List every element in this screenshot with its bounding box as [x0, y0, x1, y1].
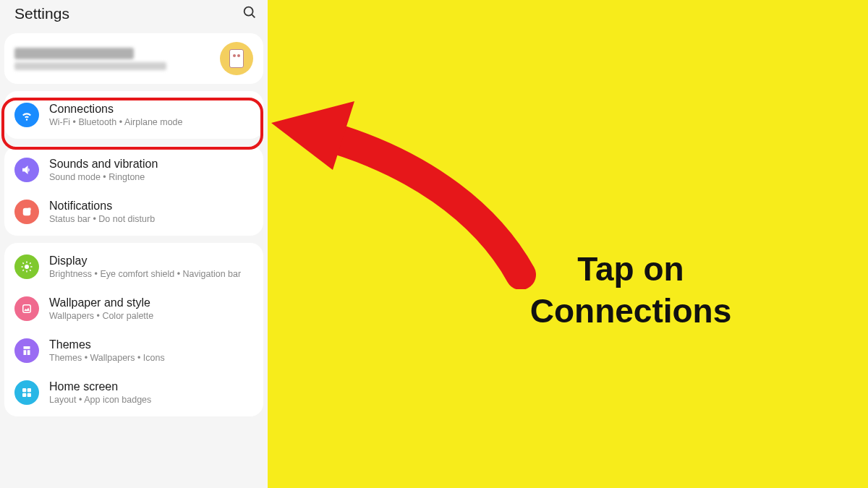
row-title: Sounds and vibration	[49, 158, 158, 171]
page-title: Settings	[14, 5, 69, 22]
avatar	[220, 42, 253, 75]
row-title: Themes	[49, 338, 165, 351]
instruction-line1: Tap on	[577, 250, 684, 288]
row-title: Connections	[49, 103, 183, 116]
row-title: Notifications	[49, 200, 155, 213]
display-icon	[14, 254, 39, 279]
settings-header: Settings	[0, 0, 268, 27]
row-sub: Brightness • Eye comfort shield • Naviga…	[49, 269, 241, 279]
row-sub: Wi-Fi • Bluetooth • Airplane mode	[49, 117, 183, 127]
wifi-icon	[14, 103, 39, 127]
wallpaper-icon	[14, 296, 39, 321]
row-home-screen[interactable]: Home screen Layout • App icon badges	[4, 372, 263, 414]
svg-point-0	[244, 7, 253, 16]
row-title: Wallpaper and style	[49, 296, 153, 309]
settings-screen: Settings Connections Wi-Fi	[0, 0, 268, 488]
row-notifications[interactable]: Notifications Status bar • Do not distur…	[4, 191, 263, 233]
svg-line-9	[22, 262, 24, 264]
svg-rect-17	[27, 393, 31, 397]
sound-icon	[14, 158, 39, 182]
account-name-blurred	[14, 48, 134, 59]
svg-rect-16	[22, 393, 26, 397]
row-sub: Wallpapers • Color palette	[49, 311, 153, 321]
svg-line-10	[30, 270, 31, 271]
notifications-icon	[14, 200, 39, 224]
row-text: Connections Wi-Fi • Bluetooth • Airplane…	[49, 103, 183, 127]
svg-point-4	[25, 265, 29, 269]
row-display[interactable]: Display Brightness • Eye comfort shield …	[4, 246, 263, 288]
row-wallpaper[interactable]: Wallpaper and style Wallpapers • Color p…	[4, 288, 263, 330]
instruction-text: Tap on Connections	[428, 249, 833, 332]
svg-marker-18	[271, 101, 354, 170]
row-title: Home screen	[49, 380, 151, 393]
row-sub: Themes • Wallpapers • Icons	[49, 353, 165, 363]
account-card[interactable]	[4, 33, 263, 84]
svg-line-1	[252, 14, 255, 17]
svg-rect-15	[27, 388, 31, 392]
row-title: Display	[49, 254, 241, 267]
svg-line-11	[22, 270, 24, 271]
settings-group-sound-notif: Sounds and vibration Sound mode • Ringto…	[4, 146, 263, 236]
svg-line-12	[30, 262, 31, 264]
row-connections[interactable]: Connections Wi-Fi • Bluetooth • Airplane…	[4, 94, 263, 136]
row-sounds[interactable]: Sounds and vibration Sound mode • Ringto…	[4, 149, 263, 191]
svg-rect-13	[23, 305, 31, 313]
row-sub: Status bar • Do not disturb	[49, 214, 155, 224]
settings-group-connections: Connections Wi-Fi • Bluetooth • Airplane…	[4, 91, 263, 139]
account-text	[14, 45, 220, 73]
row-sub: Sound mode • Ringtone	[49, 172, 158, 182]
search-icon[interactable]	[242, 4, 258, 23]
account-sub-blurred	[14, 62, 166, 70]
svg-point-3	[28, 207, 32, 211]
svg-rect-14	[22, 388, 26, 392]
row-sub: Layout • App icon badges	[49, 395, 151, 405]
instruction-line2: Connections	[530, 292, 732, 330]
settings-group-display: Display Brightness • Eye comfort shield …	[4, 243, 263, 416]
canvas: Settings Connections Wi-Fi	[0, 0, 868, 488]
home-icon	[14, 380, 39, 405]
themes-icon	[14, 338, 39, 363]
row-themes[interactable]: Themes Themes • Wallpapers • Icons	[4, 330, 263, 372]
